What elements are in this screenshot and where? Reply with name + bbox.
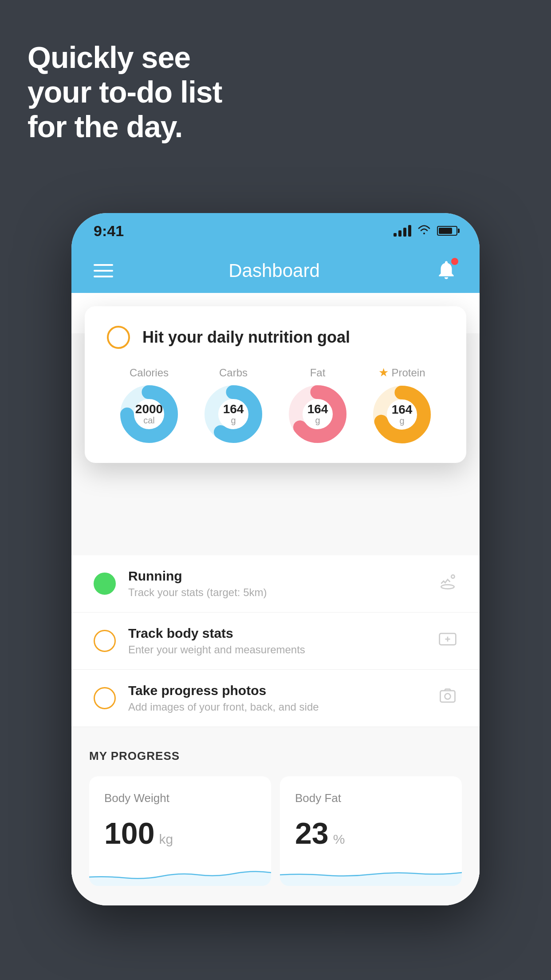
- hero-text: Quickly see your to-do list for the day.: [28, 40, 222, 144]
- photos-title: Take progress photos: [128, 683, 425, 698]
- running-text: Running Track your stats (target: 5km): [128, 569, 425, 599]
- protein-unit: g: [392, 416, 413, 426]
- status-bar: 9:41: [71, 213, 480, 249]
- phone-content: THINGS TO DO TODAY Hit your daily nutrit…: [71, 293, 480, 905]
- svg-point-8: [441, 585, 454, 589]
- body-stats-subtitle: Enter your weight and measurements: [128, 644, 425, 656]
- protein-donut: 164 g: [373, 386, 431, 443]
- carbs-item: Carbs 164 g: [205, 367, 262, 443]
- calories-donut: 2000 cal: [120, 385, 178, 443]
- body-stats-check[interactable]: [94, 630, 116, 652]
- body-weight-value-container: 100 kg: [104, 816, 256, 850]
- fat-item: Fat 164 g: [289, 367, 346, 443]
- notification-badge: [451, 258, 458, 265]
- battery-icon: [437, 226, 457, 236]
- wifi-icon: [417, 224, 431, 238]
- signal-icon: [394, 225, 411, 237]
- running-check[interactable]: [94, 573, 116, 595]
- protein-item: ★ Protein 164 g: [373, 366, 431, 443]
- fat-donut: 164 g: [289, 385, 346, 443]
- phone-mockup: 9:41: [71, 213, 480, 914]
- card-title: Hit your daily nutrition goal: [142, 328, 350, 347]
- protein-value: 164: [392, 403, 413, 416]
- phone-screen: 9:41: [71, 213, 480, 905]
- todo-item-running[interactable]: Running Track your stats (target: 5km): [71, 555, 480, 612]
- nutrition-circles: Calories 2000 cal: [107, 366, 444, 443]
- body-weight-label: Body Weight: [104, 791, 256, 805]
- scale-icon: [438, 629, 457, 653]
- running-icon: [438, 572, 457, 596]
- status-time: 9:41: [94, 222, 124, 240]
- body-stats-title: Track body stats: [128, 626, 425, 641]
- calories-label: Calories: [130, 367, 169, 379]
- fat-label: Fat: [310, 367, 326, 379]
- star-icon: ★: [378, 366, 389, 379]
- body-weight-unit: kg: [159, 832, 173, 847]
- carbs-donut: 164 g: [205, 385, 262, 443]
- app-header: Dashboard: [71, 249, 480, 293]
- photos-text: Take progress photos Add images of your …: [128, 683, 425, 713]
- fat-value: 164: [307, 403, 328, 415]
- fat-unit: g: [307, 415, 328, 425]
- calories-unit: cal: [135, 415, 163, 425]
- carbs-label: Carbs: [219, 367, 248, 379]
- photos-subtitle: Add images of your front, back, and side: [128, 701, 425, 713]
- carbs-unit: g: [223, 415, 244, 425]
- carbs-value: 164: [223, 403, 244, 415]
- todo-item-body-stats[interactable]: Track body stats Enter your weight and m…: [71, 612, 480, 670]
- running-subtitle: Track your stats (target: 5km): [128, 586, 425, 599]
- body-fat-number: 23: [295, 816, 329, 850]
- body-fat-card[interactable]: Body Fat 23 %: [280, 776, 462, 886]
- progress-cards: Body Weight 100 kg: [89, 776, 462, 886]
- calories-value: 2000: [135, 403, 163, 415]
- progress-title: MY PROGRESS: [89, 749, 462, 763]
- body-weight-number: 100: [104, 816, 154, 850]
- body-fat-unit: %: [333, 832, 345, 847]
- svg-point-13: [445, 693, 451, 699]
- svg-rect-12: [441, 691, 455, 702]
- todo-check-circle[interactable]: [107, 326, 130, 349]
- protein-label-container: ★ Protein: [378, 366, 425, 379]
- calories-item: Calories 2000 cal: [120, 367, 178, 443]
- menu-button[interactable]: [94, 264, 113, 277]
- photo-icon: [438, 687, 457, 710]
- running-title: Running: [128, 569, 425, 584]
- protein-label: Protein: [391, 367, 425, 379]
- nutrition-card[interactable]: Hit your daily nutrition goal Calories: [85, 306, 466, 463]
- body-fat-chart: [280, 859, 462, 886]
- body-stats-text: Track body stats Enter your weight and m…: [128, 626, 425, 656]
- body-weight-chart: [89, 859, 271, 886]
- body-fat-label: Body Fat: [295, 791, 447, 805]
- body-fat-value-container: 23 %: [295, 816, 447, 850]
- header-title: Dashboard: [228, 260, 319, 281]
- todo-item-photos[interactable]: Take progress photos Add images of your …: [71, 670, 480, 727]
- progress-section: MY PROGRESS Body Weight 100 kg: [71, 727, 480, 904]
- card-header: Hit your daily nutrition goal: [107, 326, 444, 349]
- body-weight-card[interactable]: Body Weight 100 kg: [89, 776, 271, 886]
- notification-button[interactable]: [435, 259, 457, 283]
- todo-list: Running Track your stats (target: 5km): [71, 555, 480, 727]
- photos-check[interactable]: [94, 687, 116, 709]
- status-icons: [394, 224, 457, 238]
